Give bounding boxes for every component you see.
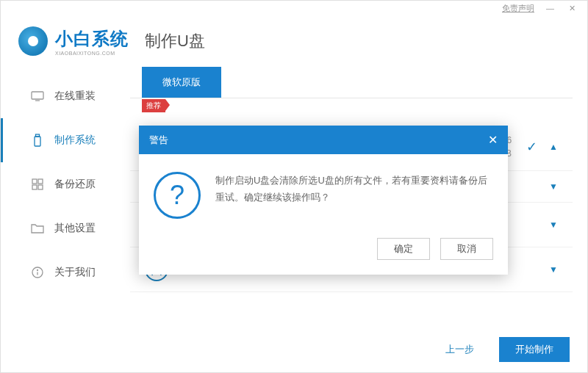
svg-rect-5 [32,185,37,189]
modal-title: 警告 [149,134,168,147]
svg-rect-4 [38,179,43,184]
sidebar-item-label: 制作系统 [54,134,96,147]
prev-button[interactable]: 上一步 [429,337,490,362]
chevron-down-icon[interactable]: ▼ [549,220,558,230]
sidebar-item-other-settings[interactable]: 其他设置 [1,206,130,250]
info-icon [31,266,44,279]
modal-cancel-button[interactable]: 取消 [440,238,493,260]
folder-icon [31,222,44,235]
sidebar-item-label: 关于我们 [54,266,96,279]
monitor-icon [31,90,44,103]
svg-rect-1 [35,137,40,146]
chevron-down-icon[interactable]: ▼ [549,181,558,192]
sidebar-item-label: 其他设置 [54,222,96,235]
warning-modal: 警告 ✕ ? 制作启动U盘会清除所选U盘的所有文件，若有重要资料请备份后重试。确… [139,126,508,275]
minimize-button[interactable]: — [543,4,557,12]
grid-icon [31,178,44,191]
question-icon: ? [154,172,201,219]
chevron-up-icon[interactable]: ▲ [549,142,558,152]
logo-icon [18,26,48,56]
app-logo: 小白系统 XIAOBAIXITONG.COM [18,26,130,56]
modal-message: 制作启动U盘会清除所选U盘的所有文件，若有重要资料请备份后重试。确定继续该操作吗… [215,172,493,219]
sidebar-item-about[interactable]: 关于我们 [1,250,130,294]
tab-microsoft-original[interactable]: 微软原版 [142,67,221,98]
modal-ok-button[interactable]: 确定 [377,238,430,260]
brand-name-cn: 小白系统 [55,27,129,51]
sidebar-item-label: 备份还原 [54,178,96,191]
check-icon: ✓ [526,139,537,155]
disclaimer-link[interactable]: 免责声明 [502,3,534,14]
svg-rect-6 [38,185,43,189]
close-window-button[interactable]: ✕ [566,4,578,13]
modal-close-button[interactable]: ✕ [488,133,498,147]
sidebar-item-make-system[interactable]: 制作系统 [1,118,130,162]
recommend-badge: 推荐 [142,99,165,112]
page-title: 制作U盘 [145,30,205,52]
brand-name-en: XIAOBAIXITONG.COM [55,51,129,56]
svg-rect-0 [32,92,43,99]
chevron-down-icon[interactable]: ▼ [549,264,558,275]
sidebar: 在线重装 制作系统 备份还原 其他设置 关于我们 [1,67,130,343]
sidebar-item-online-reinstall[interactable]: 在线重装 [1,74,130,118]
sidebar-item-backup-restore[interactable]: 备份还原 [1,162,130,206]
start-make-button[interactable]: 开始制作 [499,337,570,362]
svg-rect-3 [32,179,37,184]
sidebar-item-label: 在线重装 [54,90,96,103]
svg-rect-2 [36,134,40,137]
tab-row: 微软原版 [130,67,573,98]
usb-icon [31,134,44,147]
svg-point-8 [37,270,38,271]
